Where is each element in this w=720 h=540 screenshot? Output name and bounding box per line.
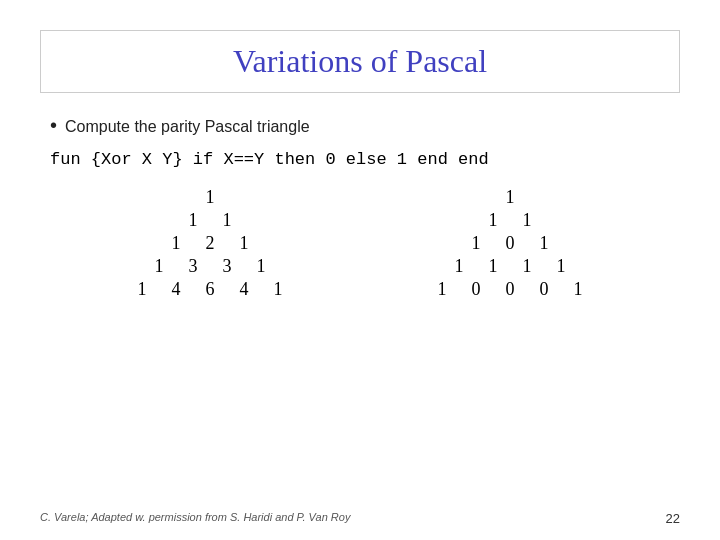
- tri-cell: 4: [167, 279, 185, 300]
- title-box: Variations of Pascal: [40, 30, 680, 93]
- tri-cell: 1: [201, 187, 219, 208]
- tri-cell: 1: [552, 256, 570, 277]
- tri-row: 1 1: [484, 210, 536, 231]
- tri-cell: 4: [235, 279, 253, 300]
- tri-row: 1 1 1 1: [450, 256, 570, 277]
- bullet-dot: •: [50, 115, 57, 135]
- tri-cell: 1: [167, 233, 185, 254]
- tri-row: 1 1: [184, 210, 236, 231]
- tri-cell: 1: [150, 256, 168, 277]
- tri-cell: 2: [201, 233, 219, 254]
- tri-cell: 0: [467, 279, 485, 300]
- bullet-text: Compute the parity Pascal triangle: [65, 118, 310, 136]
- tri-cell: 0: [535, 279, 553, 300]
- tri-cell: 1: [518, 210, 536, 231]
- tri-cell: 1: [133, 279, 151, 300]
- tri-cell: 1: [484, 256, 502, 277]
- tri-cell: 0: [501, 233, 519, 254]
- bullet-section: • Compute the parity Pascal triangle: [40, 115, 680, 136]
- footer-page: 22: [666, 511, 680, 526]
- tri-row: 1 2 1: [167, 233, 253, 254]
- slide: Variations of Pascal • Compute the parit…: [0, 0, 720, 540]
- tri-cell: 1: [535, 233, 553, 254]
- tri-row: 1 0 0 0 1: [433, 279, 587, 300]
- tri-cell: 3: [218, 256, 236, 277]
- triangles-container: 1 1 1 1 2 1 1 3 3 1 1 4 6 4 1: [40, 187, 680, 300]
- code-text: fun {Xor X Y} if X==Y then 0 else 1 end …: [50, 150, 489, 169]
- pascal-normal-triangle: 1 1 1 1 2 1 1 3 3 1 1 4 6 4 1: [133, 187, 287, 300]
- pascal-parity-triangle: 1 1 1 1 0 1 1 1 1 1 1 0 0 0 1: [433, 187, 587, 300]
- tri-cell: 1: [569, 279, 587, 300]
- footer-credit: C. Varela; Adapted w. permission from S.…: [40, 511, 350, 526]
- tri-cell: 6: [201, 279, 219, 300]
- tri-cell: 1: [501, 187, 519, 208]
- tri-cell: 1: [218, 210, 236, 231]
- tri-cell: 3: [184, 256, 202, 277]
- tri-cell: 1: [518, 256, 536, 277]
- tri-row: 1: [501, 187, 519, 208]
- tri-row: 1 4 6 4 1: [133, 279, 287, 300]
- footer: C. Varela; Adapted w. permission from S.…: [0, 511, 720, 526]
- tri-cell: 1: [433, 279, 451, 300]
- tri-row: 1: [201, 187, 219, 208]
- tri-cell: 1: [450, 256, 468, 277]
- tri-cell: 1: [467, 233, 485, 254]
- tri-row: 1 0 1: [467, 233, 553, 254]
- slide-title: Variations of Pascal: [233, 43, 487, 79]
- tri-cell: 0: [501, 279, 519, 300]
- tri-cell: 1: [235, 233, 253, 254]
- tri-cell: 1: [269, 279, 287, 300]
- tri-row: 1 3 3 1: [150, 256, 270, 277]
- bullet-item: • Compute the parity Pascal triangle: [50, 115, 680, 136]
- tri-cell: 1: [252, 256, 270, 277]
- tri-cell: 1: [484, 210, 502, 231]
- code-block: fun {Xor X Y} if X==Y then 0 else 1 end …: [40, 150, 680, 169]
- tri-cell: 1: [184, 210, 202, 231]
